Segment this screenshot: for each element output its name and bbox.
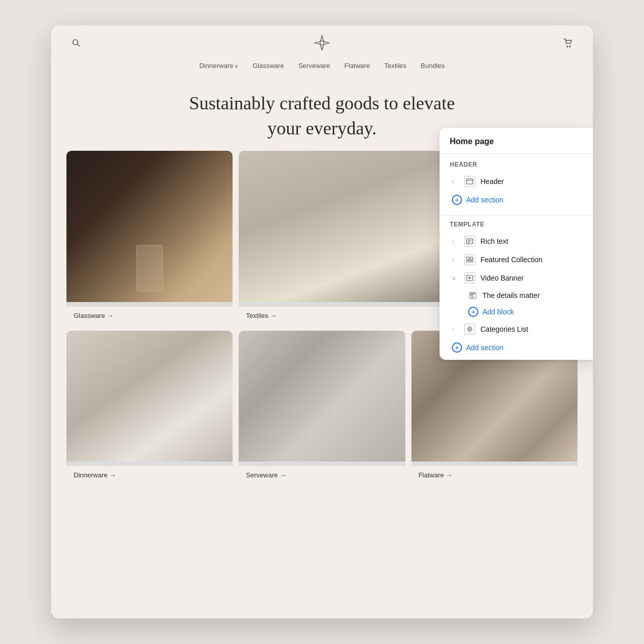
header-icons-row <box>72 35 572 54</box>
store-navigation: Dinnerware Glassware Serveware Flatware … <box>199 62 445 70</box>
browser-window: Dinnerware Glassware Serveware Flatware … <box>51 26 593 618</box>
nav-glassware[interactable]: Glassware <box>252 62 284 70</box>
panel-header: Home page <box>440 128 593 154</box>
nav-dinnerware[interactable]: Dinnerware <box>199 62 238 70</box>
svg-rect-13 <box>470 261 473 262</box>
chevron-right-categories-icon: › <box>452 326 459 332</box>
add-block-button[interactable]: + Add block <box>450 304 588 320</box>
svg-point-3 <box>569 46 570 47</box>
featured-collection-label: Featured Collection <box>480 256 586 264</box>
rich-text-label: Rich text <box>480 237 586 245</box>
video-section-icon <box>464 272 475 284</box>
card-label-glassware: Glassware → <box>66 307 233 325</box>
panel-divider-1 <box>440 215 593 216</box>
chevron-right-featured-icon: › <box>452 257 459 263</box>
svg-rect-12 <box>467 261 469 262</box>
product-card-serveware[interactable]: Serveware → <box>239 331 405 484</box>
svg-line-1 <box>78 44 80 47</box>
panel-header-section: Header › Header + Add section <box>440 154 593 213</box>
panel-title: Home page <box>450 137 588 146</box>
header-section-title: Header <box>450 161 588 168</box>
categories-list-item[interactable]: › Categories List <box>450 320 588 338</box>
header-item[interactable]: › Header <box>450 172 588 191</box>
categories-list-label: Categories List <box>480 325 586 333</box>
add-section-button-2[interactable]: + Add section <box>450 338 588 357</box>
header-item-label: Header <box>480 177 586 186</box>
add-section-label-2: Add section <box>466 343 503 352</box>
add-block-icon: + <box>468 307 478 317</box>
card-label-dinnerware: Dinnerware → <box>66 466 233 484</box>
product-card-glassware[interactable]: Glassware → <box>66 151 233 325</box>
richtext-section-icon <box>464 236 475 247</box>
svg-point-18 <box>469 329 471 330</box>
add-section-button-1[interactable]: + Add section <box>450 191 588 209</box>
right-panel: Home page Header › Header + Add section <box>440 128 593 360</box>
chevron-right-icon: › <box>452 178 459 185</box>
featured-section-icon <box>464 254 475 265</box>
add-section-icon-2: + <box>452 342 462 353</box>
text-block-icon <box>468 291 477 300</box>
add-block-label: Add block <box>482 308 514 316</box>
add-section-icon-1: + <box>452 195 462 205</box>
chevron-down-video-icon: ∨ <box>452 275 459 282</box>
nav-serveware[interactable]: Serveware <box>298 62 330 70</box>
nav-flatware[interactable]: Flatware <box>344 62 370 70</box>
product-card-dinnerware[interactable]: Dinnerware → <box>66 331 233 484</box>
store-header: Dinnerware Glassware Serveware Flatware … <box>51 26 593 76</box>
template-section-title: Template <box>450 221 588 228</box>
search-icon[interactable] <box>72 38 81 50</box>
svg-point-0 <box>73 40 78 45</box>
card-label-serveware: Serveware → <box>239 466 405 484</box>
svg-rect-11 <box>470 257 473 260</box>
add-section-label-1: Add section <box>466 196 503 204</box>
store-logo <box>314 35 330 54</box>
panel-template-section: Template › Rich text › <box>440 218 593 360</box>
svg-marker-15 <box>469 277 471 280</box>
categories-section-icon <box>464 324 475 335</box>
video-banner-label: Video Banner <box>480 274 586 282</box>
svg-point-2 <box>567 46 568 47</box>
header-section-icon <box>464 176 475 187</box>
cart-icon[interactable] <box>563 38 572 50</box>
card-label-flatware: Flatware → <box>411 466 578 484</box>
rich-text-item[interactable]: › Rich text <box>450 232 588 250</box>
nav-bundles[interactable]: Bundles <box>421 62 445 70</box>
details-matter-item[interactable]: The details matter <box>450 287 588 304</box>
chevron-right-richtext-icon: › <box>452 238 459 244</box>
svg-rect-4 <box>467 179 473 184</box>
nav-textiles[interactable]: Textiles <box>384 62 406 70</box>
details-matter-label: The details matter <box>482 291 586 300</box>
svg-rect-10 <box>467 257 469 260</box>
video-banner-item[interactable]: ∨ Video Banner <box>450 269 588 287</box>
svg-point-17 <box>468 327 472 331</box>
featured-collection-item[interactable]: › Featured Collection <box>450 250 588 269</box>
